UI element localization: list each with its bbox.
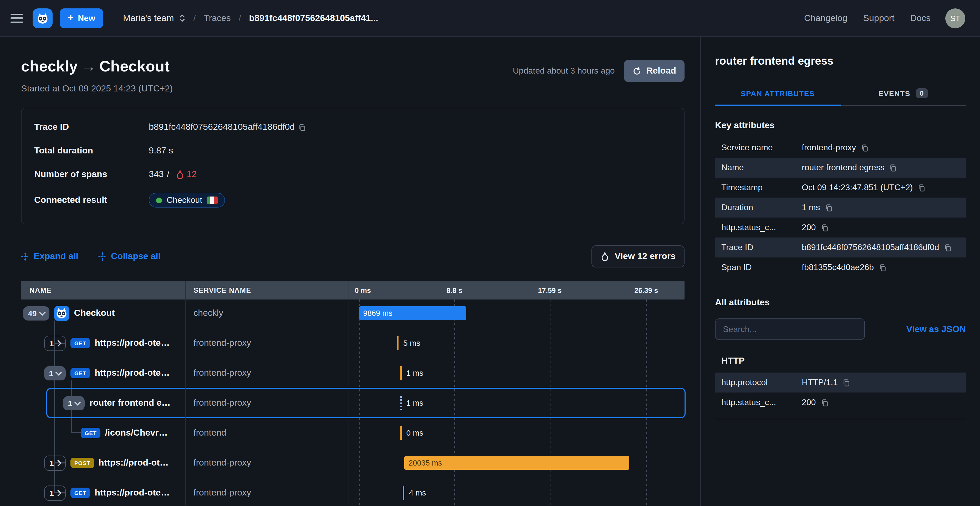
- attribute-key: http.status_c...: [721, 223, 802, 232]
- column-header-name: NAME: [21, 286, 185, 294]
- copy-icon[interactable]: [298, 123, 306, 131]
- attribute-row: Name router frontend egress: [715, 158, 966, 178]
- copy-icon[interactable]: [843, 379, 850, 387]
- child-count: 1: [49, 369, 53, 378]
- attribute-key: Service name: [721, 143, 802, 152]
- collapse-all-icon: [98, 252, 107, 261]
- view-errors-button[interactable]: View 12 errors: [592, 245, 684, 268]
- attribute-key: Span ID: [721, 263, 802, 272]
- attribute-key: http.status_c...: [721, 398, 802, 407]
- span-duration-bar[interactable]: 20035 ms: [404, 456, 629, 470]
- span-duration-label: 5 ms: [403, 336, 420, 350]
- copy-icon[interactable]: [918, 184, 925, 192]
- started-at: Started at Oct 09 2025 14:23 (UTC+2): [21, 84, 173, 94]
- copy-icon[interactable]: [825, 204, 832, 211]
- span-timeline-cell[interactable]: 4 ms: [348, 480, 684, 506]
- attribute-value: HTTP/1.1: [802, 378, 850, 387]
- all-attributes-heading: All attributes: [715, 297, 966, 308]
- span-detail-panel: router frontend egress SPAN ATTRIBUTES E…: [700, 37, 980, 506]
- trace-table-row[interactable]: 1 router frontend e… frontend-proxy 1 ms: [21, 390, 684, 416]
- user-avatar[interactable]: ST: [945, 8, 965, 28]
- span-duration-tick[interactable]: [397, 336, 399, 350]
- span-duration-tick[interactable]: [400, 396, 402, 410]
- span-name: https://prod-ot…: [99, 458, 169, 468]
- checkly-raccoon-icon: [36, 11, 49, 25]
- connected-result-label: Connected result: [34, 195, 149, 205]
- expander-badge[interactable]: 1: [44, 366, 66, 380]
- checkly-logo[interactable]: [33, 8, 52, 28]
- tab-span-attributes[interactable]: SPAN ATTRIBUTES: [715, 88, 840, 106]
- copy-icon[interactable]: [889, 164, 897, 171]
- timeline-tick-label: 17.59 s: [538, 286, 562, 294]
- team-switcher[interactable]: Maria's team: [123, 13, 186, 24]
- column-divider: [348, 281, 349, 506]
- attribute-row: http.status_c... 200: [715, 392, 966, 412]
- trace-table-row[interactable]: 1 GET https://prod-ote… frontend-proxy 4…: [21, 480, 684, 506]
- expand-all-button[interactable]: Expand all: [21, 251, 78, 262]
- service-name-cell: checkly: [185, 301, 348, 326]
- attribute-row: Duration 1 ms: [715, 198, 966, 217]
- trace-table-row[interactable]: 49 Checkout checkly 9869 ms: [21, 301, 684, 326]
- attribute-value: 1 ms: [802, 203, 832, 212]
- timeline-tick-label: 0 ms: [355, 286, 371, 294]
- child-count: 1: [49, 458, 54, 467]
- span-duration-label: 1 ms: [406, 396, 423, 410]
- trace-table-row[interactable]: GET /icons/Chevr… frontend 0 ms: [21, 420, 684, 446]
- service-name-cell: frontend-proxy: [185, 480, 348, 506]
- expander-badge[interactable]: 1: [44, 335, 66, 351]
- connected-result-badge[interactable]: Checkout: [149, 193, 225, 208]
- attributes-search-input[interactable]: [715, 319, 865, 340]
- view-as-json-link[interactable]: View as JSON: [907, 324, 966, 335]
- span-timeline-cell[interactable]: 1 ms: [348, 360, 684, 385]
- attribute-value: router frontend egress: [802, 163, 897, 172]
- chevron-icon: [56, 369, 62, 376]
- expander-badge[interactable]: 49: [23, 306, 49, 320]
- copy-icon[interactable]: [861, 144, 869, 152]
- nav-link-changelog[interactable]: Changelog: [804, 13, 848, 24]
- span-duration-tick[interactable]: [400, 426, 402, 440]
- span-timeline-cell[interactable]: 9869 ms: [348, 301, 684, 326]
- span-timeline-cell[interactable]: 5 ms: [348, 330, 684, 356]
- hamburger-menu-icon[interactable]: [11, 13, 23, 23]
- copy-icon[interactable]: [821, 224, 828, 232]
- span-name-cell: 1 router frontend e…: [21, 390, 185, 416]
- http-method-badge: GET: [71, 338, 90, 348]
- nav-link-docs[interactable]: Docs: [910, 13, 931, 24]
- refresh-icon: [633, 67, 642, 75]
- reload-button[interactable]: Reload: [624, 60, 684, 82]
- trace-table-row[interactable]: 1 GET https://prod-ote… frontend-proxy 1…: [21, 360, 684, 385]
- breadcrumb-traces[interactable]: Traces: [204, 13, 231, 24]
- trace-table-row[interactable]: 1 GET https://prod-ote… frontend-proxy 5…: [21, 330, 684, 356]
- trace-id-value: b891fc448f07562648105aff4186df0d: [149, 122, 306, 132]
- span-duration-bar[interactable]: 9869 ms: [359, 306, 466, 320]
- copy-icon[interactable]: [821, 398, 828, 406]
- span-timeline-cell[interactable]: 20035 ms: [348, 450, 684, 476]
- span-timeline-cell[interactable]: 0 ms: [348, 420, 684, 446]
- column-divider: [185, 281, 186, 506]
- chevron-icon: [55, 340, 62, 346]
- new-button[interactable]: + New: [60, 8, 103, 28]
- total-duration-label: Total duration: [34, 146, 149, 156]
- tab-events[interactable]: EVENTS 0: [840, 88, 966, 106]
- trace-waterfall-table: NAME SERVICE NAME 0 ms8.8 s17.59 s26.39 …: [21, 281, 684, 506]
- expander-badge[interactable]: 1: [44, 485, 66, 500]
- span-name-cell: 1 GET https://prod-ote…: [21, 480, 185, 506]
- service-name-cell: frontend-proxy: [185, 450, 348, 476]
- collapse-all-button[interactable]: Collapse all: [98, 251, 161, 262]
- child-count: 1: [49, 339, 54, 347]
- arrow-icon: →: [81, 58, 96, 75]
- copy-icon[interactable]: [944, 244, 952, 251]
- span-duration-tick[interactable]: [403, 486, 404, 500]
- child-count: 1: [49, 489, 54, 497]
- breadcrumb-separator: /: [194, 13, 196, 24]
- timeline-tick-label: 26.39 s: [634, 286, 658, 294]
- span-duration-tick[interactable]: [400, 366, 402, 380]
- service-name-cell: frontend-proxy: [185, 390, 348, 416]
- nav-link-support[interactable]: Support: [863, 13, 894, 24]
- span-timeline-cell[interactable]: 1 ms: [348, 390, 684, 416]
- trace-table-row[interactable]: 1 POST https://prod-ot… frontend-proxy 2…: [21, 450, 684, 476]
- expander-badge[interactable]: 1: [63, 396, 85, 410]
- error-count[interactable]: 12: [176, 169, 197, 180]
- copy-icon[interactable]: [878, 263, 886, 271]
- expander-badge[interactable]: 1: [44, 455, 66, 471]
